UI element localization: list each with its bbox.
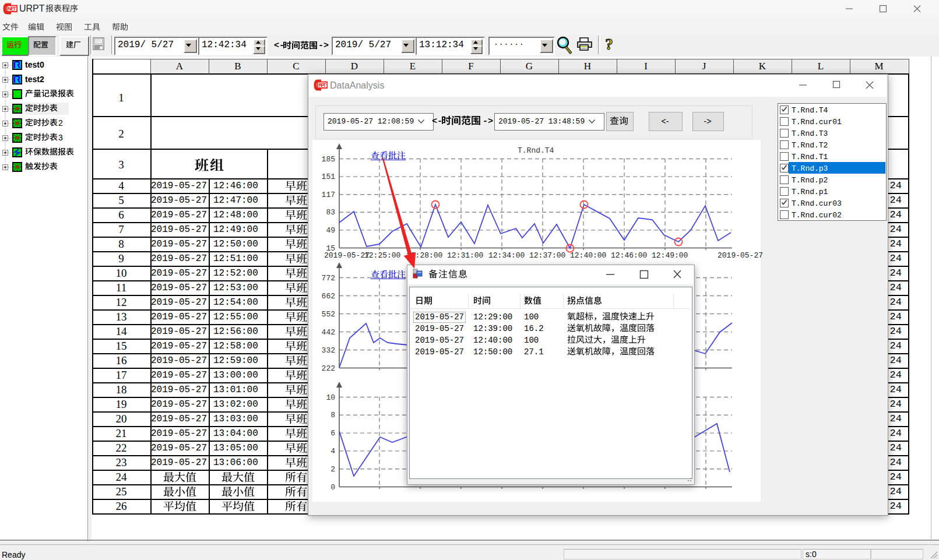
svg-text:117: 117: [322, 191, 335, 199]
svg-text:332: 332: [322, 346, 335, 355]
svg-text:10: 10: [326, 393, 335, 402]
svg-text:2: 2: [330, 465, 335, 474]
svg-text:NET: NET: [8, 6, 17, 12]
svg-text:T.Rnd.T4: T.Rnd.T4: [518, 146, 554, 155]
svg-text:?: ?: [605, 36, 613, 52]
svg-text:662: 662: [322, 292, 335, 301]
svg-text:4: 4: [330, 447, 335, 456]
svg-text:RPT: RPT: [319, 82, 327, 88]
svg-text:6: 6: [330, 429, 335, 438]
svg-text:552: 552: [322, 310, 335, 319]
svg-text:0: 0: [330, 483, 335, 492]
svg-text:8: 8: [330, 411, 335, 420]
svg-text:442: 442: [322, 328, 335, 337]
svg-text:222: 222: [322, 364, 335, 373]
svg-text:83: 83: [326, 208, 335, 217]
svg-text:185: 185: [322, 155, 335, 164]
svg-text:49: 49: [326, 226, 335, 235]
svg-text:772: 772: [322, 274, 335, 283]
svg-text:151: 151: [322, 172, 336, 181]
